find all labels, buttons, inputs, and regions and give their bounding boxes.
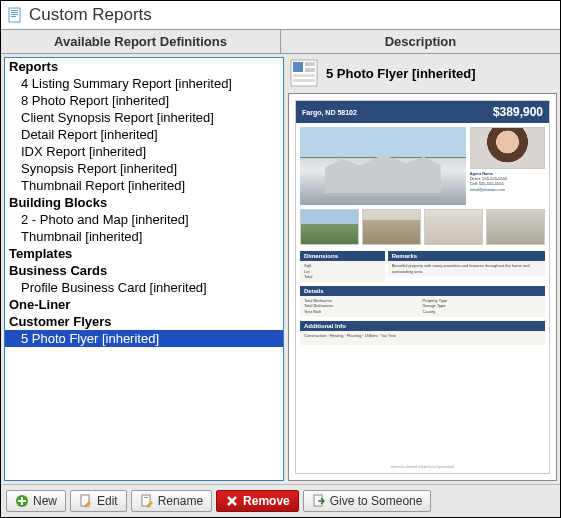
flyer-top-row: Agent Name Direct: 555-555-5555 Cell: 55…: [296, 123, 549, 209]
columns-header: Available Report Definitions Description: [1, 29, 560, 54]
svg-rect-13: [18, 500, 26, 502]
description-header: 5 Photo Flyer [inherited]: [288, 57, 557, 93]
rename-icon: [140, 494, 154, 508]
tree-item[interactable]: 4 Listing Summary Report [inherited]: [5, 75, 283, 92]
tree-category: Customer Flyers: [5, 313, 283, 330]
tree-item[interactable]: 5 Photo Flyer [inherited]: [5, 330, 283, 347]
new-label: New: [33, 494, 57, 508]
details-body: Total BedroomsProperty Type Total Bathro…: [300, 296, 545, 317]
additional-heading: Additional Info: [300, 321, 545, 331]
description-title: 5 Photo Flyer [inherited]: [326, 66, 476, 81]
left-column-header: Available Report Definitions: [1, 30, 281, 53]
remove-icon: [225, 494, 239, 508]
flyer-header: Fargo, ND 58102 $389,900: [296, 101, 549, 123]
flyer-thumb-4: [486, 209, 545, 245]
toolbar: New Edit Rename Remove Give to Someone: [1, 484, 560, 517]
titlebar: Custom Reports: [1, 1, 560, 29]
remarks-heading: Remarks: [388, 251, 545, 261]
tree-category: One-Liner: [5, 296, 283, 313]
svg-rect-1: [11, 10, 18, 11]
flyer-dim-remarks: Dimensions SqftLotTotal Remarks Beautifu…: [300, 251, 545, 282]
flyer-price: $389,900: [493, 105, 543, 119]
dimensions-heading: Dimensions: [300, 251, 385, 261]
svg-rect-16: [144, 497, 148, 498]
tree-item[interactable]: Thumbnail Report [inherited]: [5, 177, 283, 194]
details-heading: Details: [300, 286, 545, 296]
details-section: Details Total BedroomsProperty Type Tota…: [300, 286, 545, 317]
report-icon: [7, 7, 23, 23]
remove-label: Remove: [243, 494, 290, 508]
plus-icon: [15, 494, 29, 508]
tree-item[interactable]: Thumbnail [inherited]: [5, 228, 283, 245]
flyer-thumb-3: [424, 209, 483, 245]
edit-button[interactable]: Edit: [70, 490, 127, 512]
report-tree[interactable]: Reports4 Listing Summary Report [inherit…: [4, 57, 284, 481]
tree-category: Reports: [5, 58, 283, 75]
remarks-body: Beautiful property with many amenities a…: [388, 261, 545, 276]
agent-info: Agent Name Direct: 555-555-5555 Cell: 55…: [470, 171, 545, 192]
svg-rect-4: [11, 16, 16, 17]
tree-category: Building Blocks: [5, 194, 283, 211]
flyer-thumb-1: [300, 209, 359, 245]
window-title: Custom Reports: [29, 5, 152, 25]
flyer-footer: Information deemed reliable but not guar…: [296, 461, 549, 473]
rename-label: Rename: [158, 494, 203, 508]
edit-label: Edit: [97, 494, 118, 508]
flyer-thumb-2: [362, 209, 421, 245]
give-label: Give to Someone: [330, 494, 423, 508]
additional-body: Construction · Heating · Flooring · Util…: [300, 331, 545, 345]
tree-item[interactable]: 8 Photo Report [inherited]: [5, 92, 283, 109]
agent-photo: [470, 127, 545, 169]
svg-rect-9: [293, 74, 315, 77]
flyer-preview: Fargo, ND 58102 $389,900 Agent Name Dire…: [295, 100, 550, 474]
flyer-agent-block: Agent Name Direct: 555-555-5555 Cell: 55…: [470, 127, 545, 205]
flyer-address: Fargo, ND 58102: [302, 109, 357, 116]
flyer-thumbnails: [296, 209, 549, 249]
svg-rect-2: [11, 12, 18, 13]
remove-button[interactable]: Remove: [216, 490, 299, 512]
tree-item[interactable]: Profile Business Card [inherited]: [5, 279, 283, 296]
right-column-header: Description: [281, 30, 560, 53]
rename-button[interactable]: Rename: [131, 490, 212, 512]
new-button[interactable]: New: [6, 490, 66, 512]
svg-rect-7: [305, 62, 315, 66]
preview-container: Fargo, ND 58102 $389,900 Agent Name Dire…: [288, 93, 557, 481]
flyer-main-photo: [300, 127, 466, 205]
tree-item[interactable]: Synopsis Report [inherited]: [5, 160, 283, 177]
svg-rect-8: [305, 68, 315, 72]
tree-item[interactable]: Client Synopsis Report [inherited]: [5, 109, 283, 126]
dimensions-body: SqftLotTotal: [300, 261, 385, 282]
give-icon: [312, 494, 326, 508]
tree-item[interactable]: 2 - Photo and Map [inherited]: [5, 211, 283, 228]
tree-item[interactable]: Detail Report [inherited]: [5, 126, 283, 143]
edit-icon: [79, 494, 93, 508]
svg-rect-6: [293, 62, 303, 72]
description-pane: 5 Photo Flyer [inherited] Fargo, ND 5810…: [288, 57, 557, 481]
tree-category: Business Cards: [5, 262, 283, 279]
additional-section: Additional Info Construction · Heating ·…: [300, 321, 545, 345]
tree-item[interactable]: IDX Report [inherited]: [5, 143, 283, 160]
tree-category: Templates: [5, 245, 283, 262]
flyer-thumbnail-icon: [290, 59, 318, 87]
svg-rect-3: [11, 14, 18, 15]
svg-rect-10: [293, 79, 315, 82]
give-button[interactable]: Give to Someone: [303, 490, 432, 512]
main-area: Reports4 Listing Summary Report [inherit…: [1, 54, 560, 484]
